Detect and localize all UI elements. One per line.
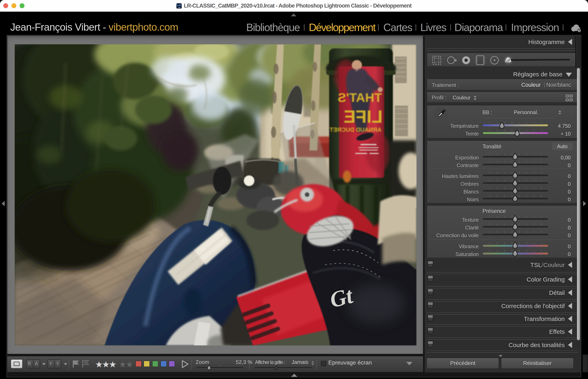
svg-text:THAT'S: THAT'S xyxy=(338,91,382,105)
svg-text:ARNAUD DUCRET: ARNAUD DUCRET xyxy=(329,126,382,133)
svg-text:LIFE: LIFE xyxy=(344,106,383,126)
